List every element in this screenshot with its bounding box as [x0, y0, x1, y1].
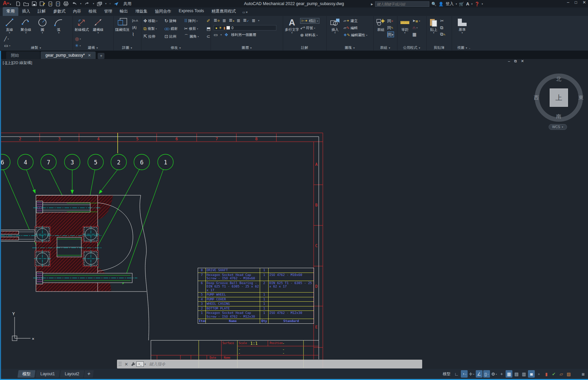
viewport-controls[interactable]: [-][上][2D 線架構] — [3, 60, 32, 65]
layout-tab-layout2[interactable]: Layout2 — [60, 370, 84, 378]
app-store-cart-icon[interactable]: 🛒 — [459, 2, 464, 6]
ortho-mode-toggle[interactable]: ∠ — [476, 370, 483, 378]
group-edit-mini-button[interactable]: [8]✎ — [387, 25, 394, 31]
undo-icon[interactable] — [72, 2, 77, 6]
section-view-mini-button[interactable]: [A-A — [132, 18, 138, 24]
layout-tab-layout1[interactable]: Layout1 — [35, 370, 60, 378]
command-history-icon[interactable]: >_ — [136, 361, 144, 367]
new-file-icon[interactable] — [16, 1, 20, 6]
paste-button[interactable]: 貼上▼ — [427, 17, 440, 37]
ribbon-tab-7[interactable]: 輸出 — [116, 7, 132, 16]
copy-clip-mini-button[interactable]: ⧉ — [440, 25, 446, 31]
hardware-acceleration[interactable]: ▤ — [513, 370, 520, 378]
ribbon-tab-11[interactable]: 精選應用程式 — [208, 7, 239, 16]
ungroup-mini-button[interactable]: [8]✕ — [387, 18, 394, 24]
move-to-layer-label[interactable]: 移到另一個圖層 — [231, 33, 256, 37]
snap-mode-toggle[interactable]: ◔▾ — [461, 370, 468, 378]
plot-icon[interactable] — [63, 1, 68, 6]
revision-circle-mini-button[interactable]: ◎▾ — [75, 36, 83, 42]
layout-switch-dropdown[interactable]: ▾ — [105, 2, 106, 5]
drawing-restore-button[interactable]: ⧉ — [514, 59, 517, 63]
ribbon-tab-6[interactable]: 管理 — [100, 7, 116, 16]
help-icon[interactable]: ❓ — [475, 2, 480, 6]
viewcube[interactable]: 北 南 西 東 上 — [533, 72, 585, 123]
ribbon-tab-5[interactable]: 檢視 — [85, 7, 100, 16]
grid-display-toggle[interactable]: ∟ — [453, 370, 460, 378]
tray-image-warning[interactable]: ▨ — [565, 370, 572, 378]
layer-lock-icon[interactable]: ≣ — [252, 18, 255, 23]
layer-properties-icon[interactable]: ≣⚙ — [214, 18, 220, 23]
viewcube-top-face[interactable]: 上 — [550, 88, 568, 107]
save-as-icon[interactable] — [40, 1, 45, 6]
save-to-web-icon[interactable] — [56, 1, 60, 6]
dynamic-input-toggle[interactable]: ▯▾ — [483, 370, 490, 378]
file-tab-close-icon[interactable]: ✕ — [88, 53, 91, 58]
panel-label-construct[interactable]: 建構 ▼ — [73, 45, 113, 50]
redo-dropdown[interactable]: ▾ — [93, 2, 94, 5]
arc-button[interactable]: 弧▼ — [51, 17, 66, 34]
panel-label-annotate[interactable]: 註解 — [283, 45, 326, 50]
trim-button[interactable]: ✂修剪▾ — [184, 26, 207, 32]
ribbon-tab-0[interactable]: 常用 — [3, 7, 18, 16]
edit-block-button[interactable]: ▱✎編輯 — [344, 25, 367, 31]
viewcube-south[interactable]: 南 — [556, 113, 561, 120]
wcs-selector[interactable]: WCS▼ — [549, 124, 567, 130]
layout-switch-icon[interactable] — [97, 2, 102, 6]
command-bar-close-icon[interactable]: ✕ — [124, 362, 128, 367]
drawing-canvas[interactable]: 2345678 ABCDE 64735261 — [0, 59, 588, 369]
layer-unlock-icon[interactable]: ▮ — [223, 26, 226, 30]
share-icon[interactable] — [114, 2, 119, 6]
polar-tracking-toggle[interactable]: ✛▾ — [468, 370, 475, 378]
qat-customize-dropdown[interactable]: ▿ — [110, 2, 111, 5]
panel-label-detail[interactable]: 詳圖 ▼ — [114, 45, 141, 50]
mirror-button[interactable]: ⫏⫐鏡射 — [164, 26, 184, 32]
viewcube-north[interactable]: 北 — [556, 76, 561, 82]
file-tab-start[interactable]: 開始 — [6, 52, 40, 59]
panel-label-modify[interactable]: 修改 ▼ — [141, 45, 211, 50]
edit-attributes-button[interactable]: ❖✎編輯屬性▾ — [344, 32, 367, 38]
copy-button[interactable]: ⧉複製▾ — [143, 26, 164, 32]
tray-drawing[interactable]: ▱ — [558, 370, 565, 378]
customize-wrench-icon[interactable] — [131, 362, 136, 366]
signin-label[interactable]: 登入 — [446, 1, 454, 7]
ray-mode-button[interactable]: 射線模式 — [74, 17, 89, 32]
array-button[interactable]: ⠿陣列▾ — [184, 18, 207, 24]
panel-label-clipboard[interactable]: 剪貼簿 — [427, 45, 452, 50]
panel-label-utility[interactable]: 公用程式 ▼ — [397, 45, 426, 50]
ribbon-tab-10[interactable]: Express Tools — [175, 7, 208, 16]
layer-tools-dropdown[interactable]: ▾ — [258, 19, 259, 22]
scale-button[interactable]: ⊡比例 — [164, 34, 184, 39]
model-space-indicator[interactable]: 模型 — [441, 372, 453, 377]
ribbon-tab-2[interactable]: 註解 — [34, 7, 50, 16]
annotation-visibility[interactable]: ▫ — [535, 370, 542, 378]
bom-button[interactable]: ⊗材料表▾ — [300, 32, 319, 38]
construction-line-mini-button[interactable]: ╱▾ — [4, 36, 10, 42]
tray-standards-check[interactable]: ✔ — [550, 370, 557, 378]
ribbon-display-toggle[interactable]: ▭ ▾ — [239, 9, 250, 16]
panel-label-group[interactable]: 群組 ▼ — [374, 45, 397, 50]
ribbon-tab-4[interactable]: 內容 — [69, 7, 85, 16]
save-icon[interactable] — [32, 1, 37, 6]
open-folder-icon[interactable] — [23, 2, 29, 6]
search-icon[interactable]: 🔍 — [431, 2, 436, 6]
command-input[interactable]: 鍵入指令 — [149, 361, 165, 367]
group-select-toggle[interactable]: [8]➤ — [387, 32, 394, 37]
drawing-minimize-button[interactable]: ‒ — [508, 59, 510, 63]
layer-state-dropdown[interactable]: ▾ — [220, 34, 222, 36]
help-dropdown[interactable]: ▾ — [482, 3, 483, 5]
command-line-bar[interactable]: ✕ >_ ▾ 鍵入指令 — [117, 360, 422, 368]
layer-state-icon[interactable]: ▭ — [214, 32, 218, 37]
share-label[interactable]: 共用 — [123, 1, 131, 7]
add-layout-button[interactable]: + — [84, 370, 94, 378]
workspace-gear[interactable]: ⚙▾ — [491, 370, 498, 378]
layer-color-swatch[interactable] — [227, 26, 230, 29]
command-bar-grip[interactable] — [118, 361, 122, 367]
mtext-button[interactable]: A 多行文字▼ — [285, 17, 299, 38]
calculator-mini-button[interactable]: ▦ — [412, 32, 420, 37]
panel-label-layer[interactable]: 圖層 ▼ — [211, 45, 283, 50]
base-view-button[interactable]: 基準▼ — [455, 17, 470, 34]
layer-thaw-sun-icon[interactable]: ☀ — [219, 26, 222, 30]
help-search-input[interactable] — [375, 1, 429, 7]
window-close-button[interactable]: ✕ — [583, 0, 586, 5]
signin-dropdown[interactable]: ▾ — [456, 3, 457, 5]
